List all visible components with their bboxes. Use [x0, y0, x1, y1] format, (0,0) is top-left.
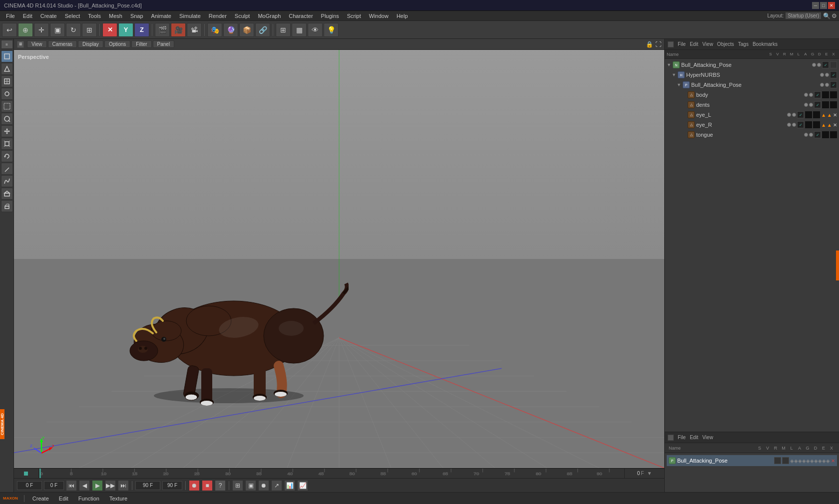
- pen-tool-btn[interactable]: [1, 163, 13, 175]
- timeline-btn[interactable]: 📊: [284, 480, 295, 491]
- record-btn[interactable]: ⏺: [189, 480, 200, 491]
- tree-row-eye-l[interactable]: ▷ △ eye_L ✓ ▲ ▲ ✕: [665, 110, 839, 120]
- mode-selector[interactable]: ≡: [1, 40, 13, 49]
- tab-view[interactable]: View: [27, 40, 47, 48]
- spline-btn[interactable]: [1, 175, 13, 187]
- menu-animate[interactable]: Animate: [147, 11, 175, 20]
- minimize-button[interactable]: ─: [812, 2, 819, 9]
- menu-mograph[interactable]: MoGraph: [254, 11, 285, 20]
- menu-render[interactable]: Render: [205, 11, 231, 20]
- cube-tool[interactable]: ▣: [50, 23, 65, 37]
- menu-script[interactable]: Script: [343, 11, 365, 20]
- menu-simulate[interactable]: Simulate: [175, 11, 205, 20]
- 3d-viewport[interactable]: Perspective: [14, 50, 664, 468]
- rotate-tool[interactable]: ↻: [66, 23, 81, 37]
- curve-editor-btn[interactable]: 📈: [297, 480, 308, 491]
- om-file-tab[interactable]: File: [678, 41, 686, 47]
- render-region-btn[interactable]: 🎬: [155, 23, 170, 37]
- attr-view-tab[interactable]: View: [702, 435, 713, 440]
- timeline-track[interactable]: 0 5 10 15 20 25 30 35: [39, 469, 624, 478]
- menu-file[interactable]: File: [2, 11, 19, 20]
- layout-value[interactable]: Startup (User): [786, 12, 821, 19]
- keyframe-type-btn[interactable]: ▣: [245, 480, 256, 491]
- magnet-btn[interactable]: 🔗: [255, 23, 270, 37]
- menu-tools[interactable]: Tools: [84, 11, 105, 20]
- scale-tool[interactable]: ⊞: [82, 23, 97, 37]
- zmode-btn[interactable]: Z: [134, 23, 149, 37]
- attr-selected-row[interactable]: P Bull_Attacking_Pose ◈◈◈◈◈◈◈◈◈◈ ✕: [667, 455, 837, 466]
- bottom-tab-edit[interactable]: Edit: [55, 496, 72, 502]
- tree-row-eye-r[interactable]: ▷ △ eye_R ✓ ▲ ▲ ✕: [665, 120, 839, 130]
- viewport-lock-icon[interactable]: 🔒: [646, 41, 653, 48]
- om-bookmarks-tab[interactable]: Bookmarks: [753, 41, 778, 47]
- menu-help[interactable]: Help: [393, 11, 412, 20]
- tree-row-body[interactable]: ▷ △ body ✓: [665, 90, 839, 100]
- menu-snap[interactable]: Snap: [126, 11, 147, 20]
- menu-window[interactable]: Window: [365, 11, 393, 20]
- attr-edit-tab[interactable]: Edit: [690, 435, 698, 440]
- om-objects-tab[interactable]: Objects: [717, 41, 734, 47]
- tree-row-tongue[interactable]: ▷ △ tongue ✓: [665, 130, 839, 140]
- tab-filter[interactable]: Filter: [131, 40, 151, 48]
- menu-select[interactable]: Select: [61, 11, 84, 20]
- tab-display[interactable]: Display: [78, 40, 103, 48]
- move-tool[interactable]: ✛: [34, 23, 49, 37]
- search-icon[interactable]: 🔍: [823, 12, 831, 19]
- end-frame-input[interactable]: [135, 481, 160, 490]
- next-frame-btn[interactable]: ▶▶: [105, 480, 116, 491]
- to-start-btn[interactable]: ⏮: [66, 480, 77, 491]
- tree-row-bull-top[interactable]: ▼ N Bull_Attacking_Pose ✓: [665, 60, 839, 70]
- bottom-tab-texture[interactable]: Texture: [105, 496, 131, 502]
- stop-btn[interactable]: ■: [202, 480, 213, 491]
- surface-btn[interactable]: [1, 188, 13, 200]
- keyframe-btn[interactable]: ⊞: [232, 480, 243, 491]
- tab-panel[interactable]: Panel: [153, 40, 175, 48]
- total-frames-input[interactable]: [162, 481, 182, 490]
- auto-key-btn[interactable]: ⏺: [258, 480, 269, 491]
- camera-btn[interactable]: 👁: [308, 23, 323, 37]
- menu-character[interactable]: Character: [285, 11, 317, 20]
- tab-cameras[interactable]: Cameras: [48, 40, 77, 48]
- grid-btn[interactable]: ⊞: [276, 23, 291, 37]
- xmode-btn[interactable]: ✕: [102, 23, 117, 37]
- navig-btn[interactable]: 🔮: [223, 23, 238, 37]
- menu-create[interactable]: Create: [36, 11, 61, 20]
- start-frame-input[interactable]: [17, 481, 42, 490]
- tree-row-bull-child[interactable]: ▼ P Bull_Attacking_Pose ✓: [665, 80, 839, 90]
- edge-mode-btn[interactable]: [1, 75, 13, 87]
- select-all-btn[interactable]: [1, 100, 13, 112]
- point-mode-btn[interactable]: [1, 88, 13, 100]
- current-frame-input[interactable]: [44, 481, 64, 490]
- light-btn[interactable]: 💡: [324, 23, 339, 37]
- om-tags-tab[interactable]: Tags: [738, 41, 749, 47]
- tree-row-hypernurbs[interactable]: ▼ H HyperNURBS ✓: [665, 70, 839, 80]
- floor-btn[interactable]: ▦: [292, 23, 307, 37]
- render-btn[interactable]: 🎥: [171, 23, 186, 37]
- help-btn[interactable]: ?: [215, 480, 226, 491]
- selection-tool[interactable]: ⊕: [18, 23, 33, 37]
- play-btn[interactable]: ▶: [92, 480, 103, 491]
- close-button[interactable]: ✕: [828, 2, 835, 9]
- bottom-tab-create[interactable]: Create: [28, 496, 53, 502]
- menu-sculpt[interactable]: Sculpt: [231, 11, 254, 20]
- ymode-btn[interactable]: Y: [118, 23, 133, 37]
- live-select-btn[interactable]: [1, 113, 13, 125]
- om-edit-tab[interactable]: Edit: [690, 41, 698, 47]
- timeline-expand-btn[interactable]: ▼: [647, 471, 652, 476]
- menu-plugins[interactable]: Plugins: [317, 11, 343, 20]
- prev-frame-btn[interactable]: ◀: [79, 480, 90, 491]
- menu-mesh[interactable]: Mesh: [105, 11, 126, 20]
- tab-options[interactable]: Options: [104, 40, 130, 48]
- settings-icon[interactable]: ⚙: [832, 12, 837, 19]
- extrude-btn[interactable]: [1, 200, 13, 212]
- model-mode-btn[interactable]: [1, 50, 13, 62]
- mesh-mode-btn[interactable]: [1, 63, 13, 75]
- scale-btn[interactable]: [1, 138, 13, 150]
- render-settings-btn[interactable]: 📽: [187, 23, 202, 37]
- tree-row-dents[interactable]: ▷ △ dents ✓: [665, 100, 839, 110]
- menu-edit[interactable]: Edit: [19, 11, 36, 20]
- move-btn[interactable]: [1, 125, 13, 137]
- maximize-button[interactable]: □: [820, 2, 827, 9]
- attr-file-tab[interactable]: File: [678, 435, 686, 440]
- motion-btn[interactable]: ↗: [271, 480, 282, 491]
